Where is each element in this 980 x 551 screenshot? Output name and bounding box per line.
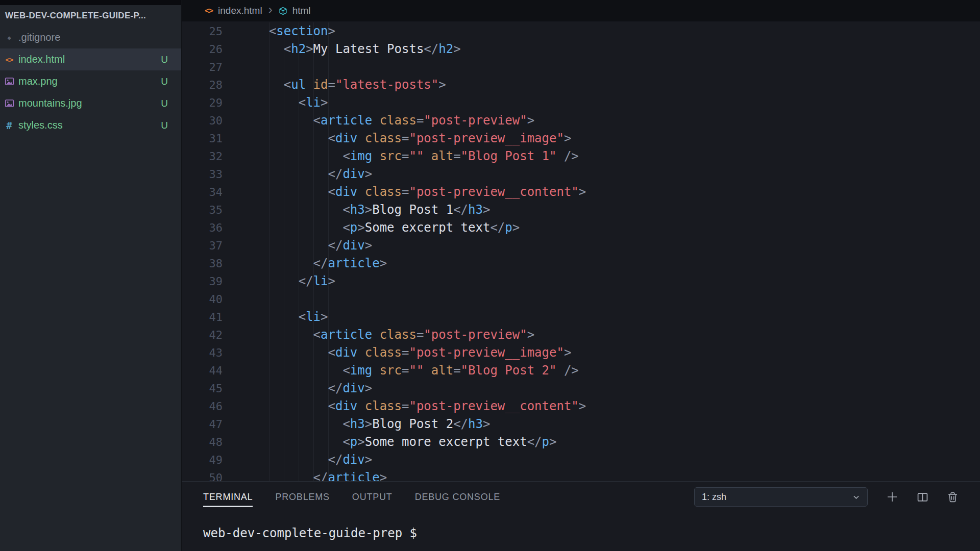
code-line-42[interactable]: 42 <article class="post-preview">: [182, 326, 980, 344]
line-content: </article>: [254, 469, 387, 482]
line-number: 46: [182, 397, 223, 415]
new-terminal-button[interactable]: [886, 491, 898, 503]
code-line-41[interactable]: 41 <li>: [182, 308, 980, 326]
file-item-mountains.jpg[interactable]: mountains.jpgU: [0, 92, 181, 114]
line-number: 41: [182, 308, 223, 326]
line-number: 26: [182, 40, 223, 58]
breadcrumb-symbol[interactable]: html: [292, 5, 311, 16]
line-number: 28: [182, 76, 223, 94]
line-content: <article class="post-preview">: [254, 326, 534, 344]
code-line-27[interactable]: 27: [182, 58, 980, 76]
line-number: 36: [182, 219, 223, 237]
code-line-47[interactable]: 47 <h3>Blog Post 2</h3>: [182, 415, 980, 433]
explorer-sidebar: WEB-DEV-COMPLETE-GUIDE-P... ◆.gitignore<…: [0, 0, 181, 551]
file-name: .gitignore: [18, 32, 164, 43]
code-line-37[interactable]: 37 </div>: [182, 237, 980, 255]
panel-header: TERMINALPROBLEMSOUTPUTDEBUG CONSOLE 1: z…: [182, 482, 980, 512]
html-file-icon: <>: [205, 6, 213, 15]
line-content: <h3>Blog Post 1</h3>: [254, 201, 490, 219]
code-line-43[interactable]: 43 <div class="post-preview__image">: [182, 344, 980, 362]
line-content: <h2>My Latest Posts</h2>: [254, 40, 461, 58]
panel-tab-debug-console[interactable]: DEBUG CONSOLE: [415, 487, 500, 507]
code-lines: 25 <section>26 <h2>My Latest Posts</h2>2…: [182, 22, 980, 482]
panel-tab-output[interactable]: OUTPUT: [352, 487, 393, 507]
code-line-36[interactable]: 36 <p>Some excerpt text</p>: [182, 219, 980, 237]
file-name: mountains.jpg: [18, 97, 157, 109]
line-content: <div class="post-preview__content">: [254, 397, 586, 415]
file-name: index.html: [18, 54, 157, 65]
line-content: <img src="" alt="Blog Post 1" />: [254, 147, 579, 165]
file-name: max.png: [18, 76, 157, 87]
code-line-35[interactable]: 35 <h3>Blog Post 1</h3>: [182, 201, 980, 219]
line-number: 29: [182, 94, 223, 112]
split-terminal-button[interactable]: [917, 491, 928, 503]
line-content: <article class="post-preview">: [254, 112, 534, 130]
code-line-50[interactable]: 50 </article>: [182, 469, 980, 482]
explorer-section-header[interactable]: WEB-DEV-COMPLETE-GUIDE-P...: [0, 5, 181, 27]
code-editor[interactable]: 25 <section>26 <h2>My Latest Posts</h2>2…: [182, 21, 980, 482]
file-name: styles.css: [18, 119, 157, 131]
html-file-icon: <>: [4, 55, 14, 65]
line-content: <div class="post-preview__image">: [254, 344, 571, 362]
line-number: 40: [182, 290, 223, 308]
indent-guide: [269, 22, 270, 482]
code-line-38[interactable]: 38 </article>: [182, 255, 980, 272]
line-content: <div class="post-preview__content">: [254, 183, 586, 201]
code-line-48[interactable]: 48 <p>Some more excerpt text</p>: [182, 433, 980, 451]
line-number: 43: [182, 344, 223, 362]
code-line-33[interactable]: 33 </div>: [182, 165, 980, 183]
line-number: 34: [182, 183, 223, 201]
indent-guide: [284, 22, 284, 482]
line-content: </li>: [254, 272, 335, 290]
kill-terminal-button[interactable]: [947, 491, 959, 503]
html-symbol-icon: [279, 7, 287, 15]
code-line-46[interactable]: 46 <div class="post-preview__content">: [182, 397, 980, 415]
code-line-28[interactable]: 28 <ul id="latest-posts">: [182, 76, 980, 94]
breadcrumb-file[interactable]: index.html: [218, 5, 262, 16]
line-number: 39: [182, 272, 223, 290]
line-number: 33: [182, 165, 223, 183]
line-content: <li>: [254, 308, 328, 326]
code-line-45[interactable]: 45 </div>: [182, 380, 980, 397]
file-item-index.html[interactable]: <>index.htmlU: [0, 48, 181, 70]
git-status-badge: U: [161, 120, 168, 131]
code-line-32[interactable]: 32 <img src="" alt="Blog Post 1" />: [182, 147, 980, 165]
indent-guide: [299, 22, 299, 482]
code-line-44[interactable]: 44 <img src="" alt="Blog Post 2" />: [182, 362, 980, 380]
code-line-40[interactable]: 40: [182, 290, 980, 308]
line-content: <p>Some more excerpt text</p>: [254, 433, 556, 451]
git-status-badge: U: [161, 98, 168, 109]
line-number: 38: [182, 255, 223, 272]
panel-tab-problems[interactable]: PROBLEMS: [275, 487, 329, 507]
line-number: 30: [182, 112, 223, 130]
code-line-30[interactable]: 30 <article class="post-preview">: [182, 112, 980, 130]
line-number: 47: [182, 415, 223, 433]
code-line-25[interactable]: 25 <section>: [182, 22, 980, 40]
line-number: 42: [182, 326, 223, 344]
file-item-max.png[interactable]: max.pngU: [0, 70, 181, 92]
image-file-icon: [4, 77, 14, 87]
file-item-.gitignore[interactable]: ◆.gitignore: [0, 27, 181, 48]
line-number: 32: [182, 147, 223, 165]
image-file-icon: [4, 98, 14, 109]
line-number: 37: [182, 237, 223, 255]
line-number: 31: [182, 130, 223, 147]
indent-guide: [328, 22, 329, 482]
git-status-badge: U: [161, 76, 168, 87]
file-list: ◆.gitignore<>index.htmlUmax.pngUmountain…: [0, 27, 181, 136]
line-content: <h3>Blog Post 2</h3>: [254, 415, 490, 433]
file-item-styles.css[interactable]: #styles.cssU: [0, 114, 181, 136]
line-content: </article>: [254, 255, 387, 272]
terminal-shell-select[interactable]: 1: zsh: [694, 487, 868, 507]
code-line-39[interactable]: 39 </li>: [182, 272, 980, 290]
line-content: <section>: [254, 22, 335, 40]
code-line-29[interactable]: 29 <li>: [182, 94, 980, 112]
editor-pane: <> index.html › html 25 <section>26 <h2>…: [181, 0, 980, 551]
panel-tab-terminal[interactable]: TERMINAL: [203, 487, 253, 507]
code-line-49[interactable]: 49 </div>: [182, 451, 980, 469]
terminal-body[interactable]: web-dev-complete-guide-prep $: [182, 512, 980, 541]
code-line-34[interactable]: 34 <div class="post-preview__content">: [182, 183, 980, 201]
line-content: <div class="post-preview__image">: [254, 130, 571, 147]
code-line-31[interactable]: 31 <div class="post-preview__image">: [182, 130, 980, 147]
code-line-26[interactable]: 26 <h2>My Latest Posts</h2>: [182, 40, 980, 58]
